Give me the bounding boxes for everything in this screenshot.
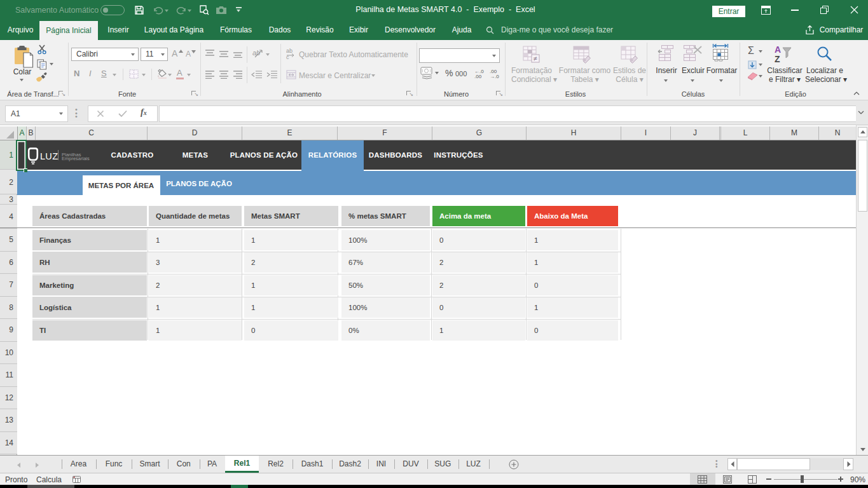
svg-text:≠: ≠: [534, 55, 537, 62]
svg-text:ab: ab: [286, 48, 293, 54]
svg-text:.00: .00: [474, 74, 482, 78]
svg-text:A: A: [775, 44, 781, 55]
svg-text:Z: Z: [775, 54, 780, 63]
svg-text:c: c: [286, 54, 289, 59]
svg-text:→.0: →.0: [490, 74, 499, 78]
